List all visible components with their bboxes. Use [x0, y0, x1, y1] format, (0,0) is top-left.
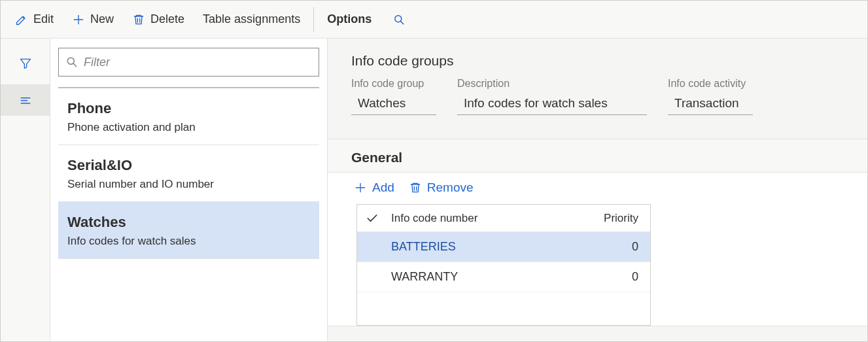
section-toolbar: Add Remove [328, 173, 867, 200]
field-info-code-group: Info code group Watches [351, 78, 436, 115]
left-icon-rail [1, 39, 50, 341]
field-row: Info code group Watches Description Info… [351, 78, 844, 115]
grid-col-header-priority[interactable]: Priority [591, 212, 650, 225]
pencil-icon [15, 13, 28, 26]
delete-button[interactable]: Delete [123, 7, 194, 31]
field-description: Description Info codes for watch sales [457, 78, 647, 115]
lines-icon [19, 94, 32, 107]
list-item[interactable]: Phone Phone activation and plan [58, 88, 319, 145]
delete-label: Delete [150, 12, 184, 26]
grid-empty-space [357, 292, 650, 325]
filter-input[interactable] [84, 56, 312, 69]
list-item[interactable]: Serial&IO Serial number and IO number [58, 145, 319, 202]
grid-row[interactable]: BATTERIES 0 [357, 232, 650, 262]
list-item-desc: Info codes for watch sales [67, 235, 310, 248]
section-header[interactable]: General [328, 139, 867, 173]
remove-label: Remove [427, 180, 474, 195]
new-button[interactable]: New [63, 7, 123, 31]
check-icon [366, 212, 379, 225]
funnel-icon [19, 57, 32, 70]
field-value[interactable]: Transaction [668, 94, 753, 115]
info-code-grid: Info code number Priority BATTERIES 0 WA… [356, 204, 651, 326]
field-value[interactable]: Info codes for watch sales [457, 94, 647, 115]
grid-col-header-name[interactable]: Info code number [387, 212, 591, 225]
field-label: Info code activity [668, 78, 753, 90]
options-button[interactable]: Options [318, 7, 381, 31]
field-label: Info code group [351, 78, 436, 90]
filter-search-icon [65, 56, 78, 69]
field-label: Description [457, 78, 647, 90]
plus-icon [72, 13, 85, 26]
add-button[interactable]: Add [354, 180, 394, 195]
trash-icon [409, 181, 422, 194]
action-toolbar: Edit New Delete Table assignments Option… [1, 1, 867, 39]
grid-header: Info code number Priority [357, 205, 650, 232]
list-container: Phone Phone activation and plan Serial&I… [58, 87, 319, 332]
remove-button[interactable]: Remove [409, 180, 474, 195]
grid-cell-priority: 0 [591, 270, 650, 284]
list-item-title: Phone [67, 100, 310, 117]
body-area: Phone Phone activation and plan Serial&I… [1, 39, 867, 341]
list-item-title: Watches [67, 214, 310, 231]
grid-cell-name: WARRANTY [357, 270, 591, 284]
detail-header: Info code groups Info code group Watches… [328, 39, 867, 123]
list-pane: Phone Phone activation and plan Serial&I… [50, 39, 328, 341]
field-value[interactable]: Watches [351, 94, 436, 115]
general-section: General Add Remove [328, 139, 867, 326]
grid-select-all[interactable] [357, 212, 387, 225]
filter-rail-button[interactable] [1, 48, 50, 79]
plus-icon [354, 181, 367, 194]
filter-field[interactable] [58, 48, 319, 77]
list-item[interactable]: Watches Info codes for watch sales [58, 202, 319, 259]
detail-pane: Info code groups Info code group Watches… [328, 39, 867, 341]
trash-icon [132, 13, 145, 26]
list-item-title: Serial&IO [67, 157, 310, 174]
grid-row[interactable]: WARRANTY 0 [357, 262, 650, 292]
options-label: Options [327, 12, 372, 26]
grid-cell-name: BATTERIES [357, 240, 591, 254]
list-rail-button[interactable] [1, 84, 50, 116]
table-assignments-label: Table assignments [203, 12, 300, 26]
grid-cell-priority: 0 [591, 240, 650, 254]
add-label: Add [372, 180, 394, 195]
detail-title: Info code groups [351, 53, 844, 69]
search-icon [392, 13, 406, 26]
search-button[interactable] [381, 8, 417, 31]
toolbar-separator [313, 7, 314, 32]
edit-button[interactable]: Edit [6, 7, 63, 31]
list-item-desc: Phone activation and plan [67, 121, 310, 134]
field-info-code-activity: Info code activity Transaction [668, 78, 753, 115]
edit-label: Edit [33, 12, 54, 26]
list-item-desc: Serial number and IO number [67, 178, 310, 191]
new-label: New [90, 12, 114, 26]
table-assignments-button[interactable]: Table assignments [194, 7, 309, 31]
